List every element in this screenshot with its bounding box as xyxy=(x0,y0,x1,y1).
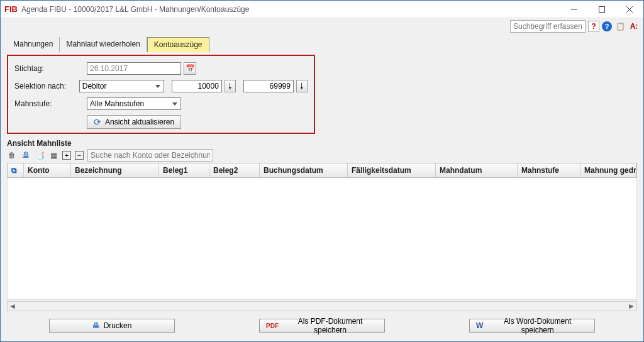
stichtag-label: Stichtag: xyxy=(14,64,87,73)
help-warning-icon[interactable]: ? xyxy=(588,21,599,32)
toolbar: ? ? 📋 A: xyxy=(1,18,643,35)
column-beleg2[interactable]: Beleg2 xyxy=(209,163,260,177)
copy-icon[interactable]: 📑 xyxy=(35,151,45,160)
range-from-pick-button[interactable]: ⭳ xyxy=(225,80,236,92)
column-mahnung-gedruckt[interactable]: Mahnung gedruckt xyxy=(580,163,636,177)
mahnstufe-select[interactable]: Alle Mahnstufen xyxy=(87,97,181,110)
maximize-button[interactable] xyxy=(588,1,616,18)
row-stichtag: Stichtag: 📅 xyxy=(14,62,308,75)
list-filter-input[interactable] xyxy=(87,149,213,162)
grid-body[interactable] xyxy=(7,178,637,300)
scroll-right-icon[interactable]: ► xyxy=(626,302,636,311)
refresh-button[interactable]: ⟳ Ansicht aktualisieren xyxy=(87,115,181,129)
column-mahnstufe[interactable]: Mahnstufe xyxy=(518,163,580,177)
svg-rect-1 xyxy=(599,6,605,12)
refresh-icon: ⟳ xyxy=(94,117,101,127)
word-icon: W xyxy=(476,321,483,330)
down-arrow-icon: ⭳ xyxy=(226,82,234,91)
column-mahndatum[interactable]: Mahndatum xyxy=(436,163,518,177)
filter-form: Stichtag: 📅 Selektion nach: Debitor ⭳ ⭳ … xyxy=(7,55,315,134)
tab-mahnlauf-wiederholen[interactable]: Mahnlauf wiederholen xyxy=(60,37,147,52)
tab-mahnungen[interactable]: Mahnungen xyxy=(7,37,60,52)
titlebar: FIB Agenda FIBU - 10000/2017 L&L GmbH - … xyxy=(1,1,643,18)
search-input[interactable] xyxy=(510,20,586,33)
help-icon[interactable]: ? xyxy=(602,21,612,31)
scroll-left-icon[interactable]: ◄ xyxy=(8,302,18,311)
mahnstufe-value: Alle Mahnstufen xyxy=(90,99,144,108)
list-toolbar: 🗑 🖶 📑 ▦ + − xyxy=(7,149,637,162)
save-word-button[interactable]: W Als Word-Dokument speichern xyxy=(469,319,595,333)
save-word-label: Als Word-Dokument speichern xyxy=(487,317,588,334)
maximize-icon xyxy=(599,6,605,13)
calendar-icon: 📅 xyxy=(186,64,195,73)
printer-icon: 🖶 xyxy=(92,321,100,330)
close-button[interactable] xyxy=(616,1,643,18)
range-to-input[interactable] xyxy=(243,80,294,92)
row-selektion: Selektion nach: Debitor ⭳ ⭳ xyxy=(14,80,308,92)
list-title: Ansicht Mahnliste xyxy=(7,139,637,148)
print-label: Drucken xyxy=(104,321,132,330)
selektion-select[interactable]: Debitor xyxy=(79,80,164,92)
window: FIB Agenda FIBU - 10000/2017 L&L GmbH - … xyxy=(0,0,644,342)
footer: 🖶 Drucken PDF Als PDF-Dokument speichern… xyxy=(1,312,643,341)
selektion-label: Selektion nach: xyxy=(14,82,79,91)
column-buchungsdatum[interactable]: Buchungsdatum xyxy=(260,163,348,177)
grid-header: ⧉ Konto Bezeichnung Beleg1 Beleg2 Buchun… xyxy=(7,163,637,178)
column-bezeichnung[interactable]: Bezeichnung xyxy=(71,163,159,177)
column-konto[interactable]: Konto xyxy=(24,163,71,177)
tab-bar: Mahnungen Mahnlauf wiederholen Kontoausz… xyxy=(1,35,643,52)
column-faelligkeitsdatum[interactable]: Fälligkeitsdatum xyxy=(348,163,436,177)
selektion-value: Debitor xyxy=(82,82,107,91)
print-button[interactable]: 🖶 Drucken xyxy=(49,319,175,333)
window-title: Agenda FIBU - 10000/2017 L&L GmbH - Mahn… xyxy=(21,5,560,14)
row-refresh: ⟳ Ansicht aktualisieren xyxy=(87,115,308,129)
save-pdf-button[interactable]: PDF Als PDF-Dokument speichern xyxy=(259,319,385,333)
minimize-button[interactable] xyxy=(560,1,588,18)
app-logo: FIB xyxy=(4,4,18,14)
minimize-icon xyxy=(571,6,577,13)
delete-icon[interactable]: 🗑 xyxy=(7,151,17,160)
down-arrow-icon: ⭳ xyxy=(298,82,306,91)
row-mahnstufe: Mahnstufe: Alle Mahnstufen xyxy=(14,97,308,110)
grid-icon[interactable]: ▦ xyxy=(48,151,58,160)
close-icon xyxy=(626,6,633,13)
tab-kontoauszuege[interactable]: Kontoauszüge xyxy=(147,37,209,52)
calendar-button[interactable]: 📅 xyxy=(184,62,196,75)
save-pdf-label: Als PDF-Dokument speichern xyxy=(282,317,378,334)
range-to-pick-button[interactable]: ⭳ xyxy=(296,80,308,92)
font-a-icon[interactable]: A: xyxy=(628,21,640,32)
refresh-label: Ansicht aktualisieren xyxy=(105,118,174,126)
column-beleg1[interactable]: Beleg1 xyxy=(159,163,209,177)
horizontal-scrollbar[interactable]: ◄ ► xyxy=(7,301,637,311)
clipboard-icon[interactable]: 📋 xyxy=(614,21,626,32)
collapse-all-button[interactable]: − xyxy=(75,151,84,160)
mahnstufe-label: Mahnstufe: xyxy=(14,99,87,108)
expand-all-button[interactable]: + xyxy=(62,151,71,160)
stichtag-input[interactable] xyxy=(87,62,181,75)
grid: ⧉ Konto Bezeichnung Beleg1 Beleg2 Buchun… xyxy=(7,163,637,312)
column-tree[interactable]: ⧉ xyxy=(8,163,24,177)
range-from-input[interactable] xyxy=(172,80,222,92)
tree-icon: ⧉ xyxy=(11,166,17,175)
pdf-icon: PDF xyxy=(266,323,279,329)
print-icon[interactable]: 🖶 xyxy=(21,151,31,160)
